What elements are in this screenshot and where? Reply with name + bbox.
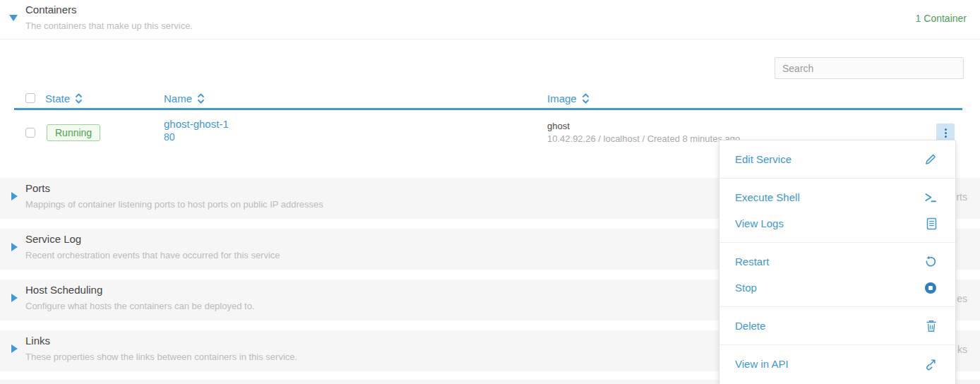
menu-item-view-logs[interactable]: View Logs — [719, 210, 955, 236]
menu-item-view-in-api[interactable]: View in API — [719, 351, 955, 377]
container-image-label: ghost — [547, 121, 570, 131]
menu-item-label: View in API — [735, 358, 789, 370]
menu-item-label: Delete — [735, 320, 765, 332]
section-ports-title: Ports — [25, 182, 50, 194]
terminal-icon — [924, 192, 937, 203]
menu-item-label: Execute Shell — [735, 191, 800, 203]
container-name-link[interactable]: ghost-ghost-1 — [164, 118, 229, 130]
section-ports-subtitle: Mappings of container listening ports to… — [25, 199, 323, 210]
row-checkbox[interactable] — [25, 128, 35, 138]
menu-group: View in API — [719, 344, 955, 383]
trash-icon — [926, 320, 937, 332]
menu-group: Restart Stop — [719, 242, 955, 306]
sort-icon — [75, 92, 83, 104]
section-service-log-subtitle: Recent orchestration events that have oc… — [25, 250, 280, 260]
section-host-scheduling-title: Host Scheduling — [25, 284, 102, 296]
kebab-dot — [945, 128, 947, 131]
column-header-state-label: State — [45, 92, 70, 104]
menu-item-edit-service[interactable]: Edit Service — [719, 146, 955, 172]
file-icon — [926, 217, 937, 230]
sort-icon — [582, 92, 590, 104]
column-header-image-label: Image — [547, 92, 577, 104]
expand-caret-icon[interactable] — [11, 294, 18, 302]
menu-group: Delete — [719, 306, 955, 344]
menu-item-stop[interactable]: Stop — [719, 275, 955, 301]
restart-icon — [924, 256, 937, 268]
sort-icon — [197, 92, 205, 104]
row-actions-menu: Edit Service Execute Shell — [719, 140, 956, 384]
column-header-image[interactable]: Image — [547, 92, 590, 104]
menu-item-label: Edit Service — [735, 153, 791, 165]
column-header-name[interactable]: Name — [164, 92, 205, 104]
kebab-dot — [945, 132, 947, 134]
section-service-log-title: Service Log — [25, 233, 81, 245]
search-input[interactable] — [775, 57, 964, 79]
status-badge: Running — [47, 124, 100, 141]
expand-caret-icon[interactable] — [11, 243, 18, 251]
kebab-dot — [945, 136, 947, 138]
service-detail-page: Containers The containers that make up t… — [0, 0, 980, 384]
section-ports-count-clipped: rts — [956, 191, 967, 203]
column-header-state[interactable]: State — [45, 92, 83, 104]
menu-item-restart[interactable]: Restart — [719, 248, 955, 275]
menu-item-label: Restart — [735, 256, 769, 268]
section-links-count-clipped: ks — [957, 344, 967, 355]
table-header-underline — [14, 108, 962, 110]
pencil-icon — [924, 153, 937, 166]
container-image-details: 10.42.92.26 / localhost / Created 8 minu… — [547, 133, 740, 144]
collapse-caret-icon[interactable] — [9, 15, 18, 21]
expand-caret-icon[interactable] — [11, 192, 18, 200]
section-links-title: Links — [25, 335, 50, 347]
menu-group: Execute Shell View Logs — [719, 178, 955, 242]
external-link-icon — [924, 358, 937, 371]
containers-section-header: Containers The containers that make up t… — [0, 0, 980, 40]
section-links-subtitle: These properties show the links between … — [25, 352, 297, 362]
menu-item-execute-shell[interactable]: Execute Shell — [719, 184, 955, 210]
stop-icon — [924, 282, 937, 294]
section-host-scheduling-count-clipped: es — [957, 293, 967, 304]
menu-item-label: Stop — [735, 282, 757, 294]
menu-group: Edit Service — [719, 140, 955, 178]
select-all-checkbox[interactable] — [25, 93, 35, 103]
expand-caret-icon[interactable] — [11, 344, 18, 353]
container-port-label: 80 — [164, 131, 175, 143]
container-count-badge: 1 Container — [916, 13, 967, 24]
column-header-name-label: Name — [164, 92, 192, 104]
menu-item-label: View Logs — [735, 217, 784, 229]
containers-subtitle: The containers that make up this service… — [25, 20, 193, 31]
menu-item-delete[interactable]: Delete — [719, 313, 955, 339]
containers-title: Containers — [25, 4, 77, 16]
section-host-scheduling-subtitle: Configure what hosts the containers can … — [25, 301, 255, 311]
